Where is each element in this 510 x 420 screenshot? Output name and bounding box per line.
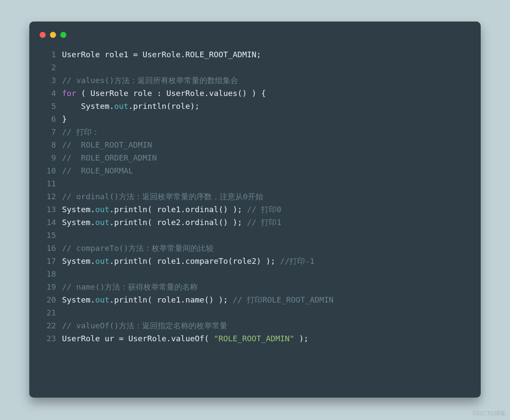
close-icon[interactable] — [40, 32, 46, 38]
code-token: .println( role1.ordinal() ); — [109, 205, 247, 214]
code-token: // values()方法：返回所有枚举常量的数组集合 — [62, 76, 238, 85]
line-number: 13 — [40, 203, 62, 216]
code-token: for — [62, 89, 76, 98]
code-line: 16// compareTo()方法：枚举常量间的比较 — [40, 242, 470, 255]
code-token: .println( role1.name() ); — [109, 295, 233, 304]
code-line: 21 — [40, 306, 470, 319]
line-content: System.out.println( role1.name() ); // 打… — [62, 293, 333, 306]
code-line: 22// valueOf()方法：返回指定名称的枚举常量 — [40, 319, 470, 332]
code-token: // ordinal()方法：返回枚举常量的序数，注意从0开始 — [62, 192, 263, 201]
line-number: 23 — [40, 332, 62, 345]
code-block: 1UserRole role1 = UserRole.ROLE_ROOT_ADM… — [40, 48, 470, 345]
code-line: 3// values()方法：返回所有枚举常量的数组集合 — [40, 74, 470, 87]
code-token: System. — [62, 205, 95, 214]
line-number: 18 — [40, 268, 62, 281]
code-line: 19// name()方法：获得枚举常量的名称 — [40, 281, 470, 293]
line-content: // ordinal()方法：返回枚举常量的序数，注意从0开始 — [62, 190, 263, 203]
zoom-icon[interactable] — [60, 32, 66, 38]
code-token: .println(role); — [128, 102, 199, 111]
line-number: 9 — [40, 151, 62, 164]
line-number: 17 — [40, 255, 62, 268]
line-content: // values()方法：返回所有枚举常量的数组集合 — [62, 74, 238, 87]
line-number: 6 — [40, 113, 62, 126]
line-number: 1 — [40, 48, 62, 61]
code-line: 11 — [40, 177, 470, 190]
code-token: } — [62, 114, 67, 124]
code-line: 6} — [40, 113, 470, 126]
line-number: 5 — [40, 100, 62, 113]
line-number: 7 — [40, 126, 62, 139]
code-token: System. — [62, 256, 95, 266]
line-number: 16 — [40, 242, 62, 255]
line-content: System.out.println( role1.compareTo(role… — [62, 255, 314, 268]
line-number: 15 — [40, 229, 62, 242]
line-number: 4 — [40, 87, 62, 100]
code-token: out — [114, 102, 128, 111]
code-token: // valueOf()方法：返回指定名称的枚举常量 — [62, 321, 227, 330]
line-number: 22 — [40, 319, 62, 332]
code-token: // ROLE_ROOT_ADMIN — [62, 140, 152, 149]
line-content: // valueOf()方法：返回指定名称的枚举常量 — [62, 319, 227, 332]
line-number: 8 — [40, 139, 62, 151]
line-content: // compareTo()方法：枚举常量间的比较 — [62, 242, 214, 255]
code-line: 14System.out.println( role2.ordinal() );… — [40, 216, 470, 229]
line-number: 11 — [40, 177, 62, 190]
code-line: 4for ( UserRole role : UserRole.values()… — [40, 87, 470, 100]
line-number: 12 — [40, 190, 62, 203]
code-token: "ROLE_ROOT_ADMIN" — [214, 334, 294, 343]
code-line: 15 — [40, 229, 470, 242]
code-token: System. — [62, 102, 114, 111]
code-token: // 打印： — [62, 127, 100, 136]
line-content: } — [62, 113, 67, 126]
code-token: System. — [62, 218, 95, 227]
window-traffic-lights — [40, 32, 66, 38]
code-token: // 打印ROLE_ROOT_ADMIN — [233, 295, 333, 304]
line-content: System.out.println( role2.ordinal() ); /… — [62, 216, 281, 229]
line-content: // ROLE_NORMAL — [62, 164, 133, 177]
line-content: System.out.println(role); — [62, 100, 199, 113]
code-token: ( UserRole role : UserRole.values() ) { — [76, 89, 266, 98]
code-token: // ROLE_ORDER_ADMIN — [62, 153, 157, 162]
code-token: // 打印0 — [247, 205, 281, 214]
code-token: UserRole ur = UserRole.valueOf( — [62, 334, 214, 343]
line-number: 2 — [40, 61, 62, 74]
code-token: // 打印1 — [247, 218, 281, 227]
minimize-icon[interactable] — [50, 32, 56, 38]
code-window: 1UserRole role1 = UserRole.ROLE_ROOT_ADM… — [29, 22, 481, 398]
code-line: 1UserRole role1 = UserRole.ROLE_ROOT_ADM… — [40, 48, 470, 61]
line-content: UserRole role1 = UserRole.ROLE_ROOT_ADMI… — [62, 48, 261, 61]
line-content: // ROLE_ROOT_ADMIN — [62, 139, 152, 151]
code-token: // ROLE_NORMAL — [62, 166, 133, 175]
line-number: 14 — [40, 216, 62, 229]
line-content: UserRole ur = UserRole.valueOf( "ROLE_RO… — [62, 332, 308, 345]
code-token: System. — [62, 295, 95, 304]
code-line: 7// 打印： — [40, 126, 470, 139]
code-token: UserRole role1 = UserRole.ROLE_ROOT_ADMI… — [62, 50, 261, 59]
code-line: 8// ROLE_ROOT_ADMIN — [40, 139, 470, 151]
code-line: 18 — [40, 268, 470, 281]
code-line: 17System.out.println( role1.compareTo(ro… — [40, 255, 470, 268]
watermark: ©51CTO博客 — [473, 410, 506, 417]
code-token: out — [95, 218, 109, 227]
code-token: //打印-1 — [280, 256, 314, 266]
code-line: 12// ordinal()方法：返回枚举常量的序数，注意从0开始 — [40, 190, 470, 203]
line-number: 21 — [40, 306, 62, 319]
code-line: 13System.out.println( role1.ordinal() );… — [40, 203, 470, 216]
code-token: out — [95, 205, 109, 214]
code-token: .println( role2.ordinal() ); — [109, 218, 247, 227]
code-line: 23UserRole ur = UserRole.valueOf( "ROLE_… — [40, 332, 470, 345]
code-token: // name()方法：获得枚举常量的名称 — [62, 282, 198, 291]
line-content: System.out.println( role1.ordinal() ); /… — [62, 203, 281, 216]
code-token: // compareTo()方法：枚举常量间的比较 — [62, 244, 214, 253]
code-token: out — [95, 256, 109, 266]
code-line: 20System.out.println( role1.name() ); //… — [40, 293, 470, 306]
code-token: out — [95, 295, 109, 304]
code-line: 10// ROLE_NORMAL — [40, 164, 470, 177]
code-line: 9// ROLE_ORDER_ADMIN — [40, 151, 470, 164]
line-content: // name()方法：获得枚举常量的名称 — [62, 281, 198, 293]
line-content: // 打印： — [62, 126, 100, 139]
line-number: 10 — [40, 164, 62, 177]
line-number: 20 — [40, 293, 62, 306]
code-token: .println( role1.compareTo(role2) ); — [109, 256, 280, 266]
line-content: // ROLE_ORDER_ADMIN — [62, 151, 157, 164]
